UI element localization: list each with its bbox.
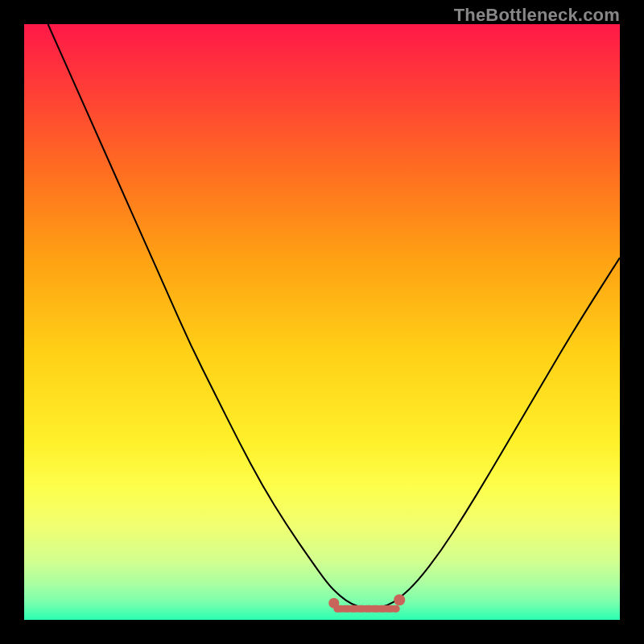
plot-svg (24, 24, 620, 620)
chart-frame: TheBottleneck.com (0, 0, 644, 644)
highlight-end-marker (394, 594, 405, 605)
plot-area (24, 24, 620, 620)
watermark-text: TheBottleneck.com (454, 5, 620, 26)
gradient-background (24, 24, 620, 620)
